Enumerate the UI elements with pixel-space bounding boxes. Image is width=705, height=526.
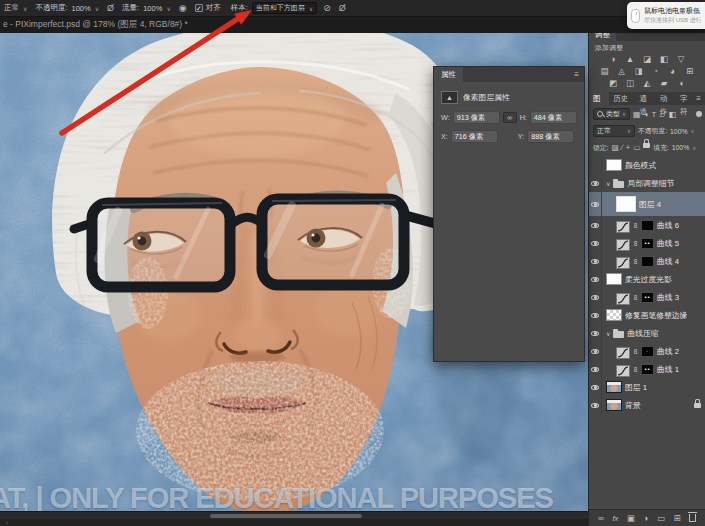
layer-visibility-toggle[interactable] bbox=[589, 324, 602, 342]
layer-thumbnail[interactable] bbox=[606, 309, 622, 321]
y-field[interactable]: 888 像素 bbox=[527, 130, 574, 143]
tab-图层[interactable]: 图层 bbox=[589, 92, 609, 105]
curves-adjustment-icon[interactable] bbox=[616, 345, 630, 357]
photo-filter-icon[interactable]: ◔ bbox=[650, 65, 662, 77]
fill-chevron-down-icon[interactable]: ∨ bbox=[692, 145, 696, 151]
layer-mask-thumbnail[interactable]: •• bbox=[641, 238, 654, 249]
new-group-icon[interactable]: ▭ bbox=[657, 513, 665, 523]
layer-row[interactable]: 图层 4 bbox=[589, 192, 705, 216]
lock-transparent-pixels-icon[interactable]: ▨ bbox=[611, 143, 618, 152]
layer-visibility-toggle[interactable] bbox=[589, 288, 602, 306]
height-field[interactable]: 484 像素 bbox=[530, 111, 577, 124]
fill-value[interactable]: 100% bbox=[672, 144, 689, 151]
layer-row[interactable]: 背景 bbox=[589, 396, 705, 414]
levels-icon[interactable]: ▲ bbox=[624, 53, 636, 65]
layer-visibility-toggle[interactable] bbox=[589, 216, 602, 234]
color-balance-icon[interactable]: ◬ bbox=[616, 65, 628, 77]
flow-value[interactable]: 100% bbox=[143, 4, 162, 13]
layer-row[interactable]: 颜色模式 bbox=[589, 156, 705, 174]
layers-panel-menu-icon[interactable]: ≡ bbox=[696, 92, 705, 105]
new-layer-icon[interactable]: ⊞ bbox=[673, 513, 680, 523]
tab-历史记[interactable]: 历史记 bbox=[609, 92, 635, 105]
delete-layer-icon[interactable] bbox=[689, 514, 696, 522]
layer-visibility-toggle[interactable] bbox=[589, 234, 602, 252]
color-lookup-icon[interactable]: ⊞ bbox=[684, 65, 696, 77]
pen-pressure-opacity-icon[interactable]: Ø bbox=[107, 3, 114, 13]
layer-row[interactable]: 8曲线 4 bbox=[589, 252, 705, 270]
layer-visibility-toggle[interactable] bbox=[589, 270, 602, 288]
filter-pixel-layers-icon[interactable]: ▦ bbox=[633, 110, 641, 119]
curves-adjustment-icon[interactable] bbox=[616, 255, 630, 267]
layer-visibility-toggle[interactable] bbox=[589, 342, 602, 360]
layer-row[interactable]: 修复画笔修整边缘 bbox=[589, 306, 705, 324]
layer-row[interactable]: 图层 1 bbox=[589, 378, 705, 396]
layer-filter-type-select[interactable]: 类型 ∨ bbox=[593, 108, 630, 120]
width-field[interactable]: 913 像素 bbox=[453, 111, 500, 124]
layer-thumbnail[interactable] bbox=[606, 399, 622, 411]
battery-notification[interactable]: 鼠标电池电量极低 尽快连接到 USB 进行充电 bbox=[627, 2, 705, 29]
curves-icon[interactable]: ◪ bbox=[641, 53, 653, 65]
pen-pressure-size-icon[interactable]: Ø bbox=[339, 3, 346, 13]
layer-thumbnail[interactable] bbox=[606, 273, 622, 285]
lock-image-pixels-icon[interactable]: ∕ bbox=[622, 143, 623, 152]
add-layer-mask-icon[interactable]: ▣ bbox=[627, 513, 635, 523]
layer-mask-thumbnail[interactable] bbox=[641, 256, 654, 267]
layer-opacity-value[interactable]: 100% bbox=[670, 128, 687, 135]
threshold-icon[interactable]: ◭ bbox=[641, 77, 653, 89]
layer-mask-thumbnail[interactable]: · bbox=[641, 346, 654, 357]
hue-saturation-icon[interactable]: ▤ bbox=[599, 65, 611, 77]
layer-mask-thumbnail[interactable] bbox=[641, 220, 654, 231]
brightness-contrast-icon[interactable]: ◑ bbox=[607, 53, 619, 65]
layer-style-icon[interactable]: fx bbox=[613, 514, 619, 523]
airbrush-icon[interactable]: ◉ bbox=[179, 3, 187, 13]
ignore-adjustment-layers-icon[interactable]: ⊘ bbox=[323, 3, 331, 13]
tab-字符[interactable]: 字符 bbox=[676, 92, 696, 105]
link-wh-icon[interactable]: ∞ bbox=[503, 112, 517, 123]
vibrance-icon[interactable]: ▽ bbox=[675, 53, 687, 65]
layer-row[interactable]: ∨曲线压缩 bbox=[589, 324, 705, 342]
channel-mixer-icon[interactable]: ◕ bbox=[667, 65, 679, 77]
curves-adjustment-icon[interactable] bbox=[616, 291, 630, 303]
lock-artboard-icon[interactable]: ▭ bbox=[633, 143, 640, 152]
curves-adjustment-icon[interactable] bbox=[616, 237, 630, 249]
layer-row[interactable]: 8·曲线 2 bbox=[589, 342, 705, 360]
lock-position-icon[interactable]: + bbox=[626, 143, 630, 152]
layer-row[interactable]: 8••曲线 5 bbox=[589, 234, 705, 252]
horizontal-scrollbar-thumb[interactable] bbox=[210, 514, 362, 518]
layer-visibility-toggle[interactable] bbox=[589, 156, 602, 174]
layer-row[interactable]: 8曲线 6 bbox=[589, 216, 705, 234]
lock-all-icon[interactable] bbox=[643, 143, 650, 148]
layer-visibility-toggle[interactable] bbox=[589, 360, 602, 378]
layer-mask-thumbnail[interactable]: •• bbox=[641, 364, 654, 375]
mode-chevron-down-icon[interactable]: ∨ bbox=[23, 5, 27, 12]
layer-thumbnail[interactable] bbox=[606, 381, 622, 393]
filter-shape-layers-icon[interactable]: ▱ bbox=[659, 110, 665, 119]
layer-row[interactable]: 8••曲线 3 bbox=[589, 288, 705, 306]
invert-icon[interactable]: ◩ bbox=[607, 77, 619, 89]
layer-row[interactable]: ∨局部调整细节 bbox=[589, 174, 705, 192]
opacity-chevron-down-icon[interactable]: ∨ bbox=[95, 5, 99, 12]
horizontal-scrollbar[interactable] bbox=[0, 511, 588, 519]
filter-type-layers-icon[interactable]: T bbox=[651, 110, 656, 119]
chevron-down-icon[interactable]: ∨ bbox=[606, 330, 610, 337]
mode-value[interactable]: 正常 bbox=[4, 3, 19, 13]
layer-visibility-toggle[interactable] bbox=[589, 378, 602, 396]
filter-adjustment-layers-icon[interactable]: ◑ bbox=[644, 110, 649, 119]
chevron-down-icon[interactable]: ∨ bbox=[606, 180, 610, 187]
opacity-value[interactable]: 100% bbox=[72, 4, 91, 13]
layer-visibility-toggle[interactable] bbox=[589, 396, 602, 414]
filter-smart-objects-icon[interactable]: ◧ bbox=[668, 110, 676, 119]
panel-menu-icon[interactable]: ≡ bbox=[574, 70, 584, 79]
filter-toggle-icon[interactable] bbox=[696, 111, 702, 117]
layer-row[interactable]: 柔光过度光影 bbox=[589, 270, 705, 288]
posterize-icon[interactable]: ◫ bbox=[624, 77, 636, 89]
opacity-chevron-down-icon[interactable]: ∨ bbox=[690, 128, 694, 134]
tab-通道[interactable]: 通道 bbox=[636, 92, 656, 105]
layer-mask-thumbnail[interactable]: •• bbox=[641, 292, 654, 303]
black-white-icon[interactable]: ◨ bbox=[633, 65, 645, 77]
layer-blend-mode-select[interactable]: 正常 ∨ bbox=[593, 125, 635, 137]
layer-thumbnail[interactable] bbox=[616, 196, 636, 212]
aligned-checkbox[interactable]: ✓ bbox=[195, 4, 203, 12]
layer-visibility-toggle[interactable] bbox=[589, 306, 602, 324]
layer-thumbnail[interactable] bbox=[606, 159, 622, 171]
